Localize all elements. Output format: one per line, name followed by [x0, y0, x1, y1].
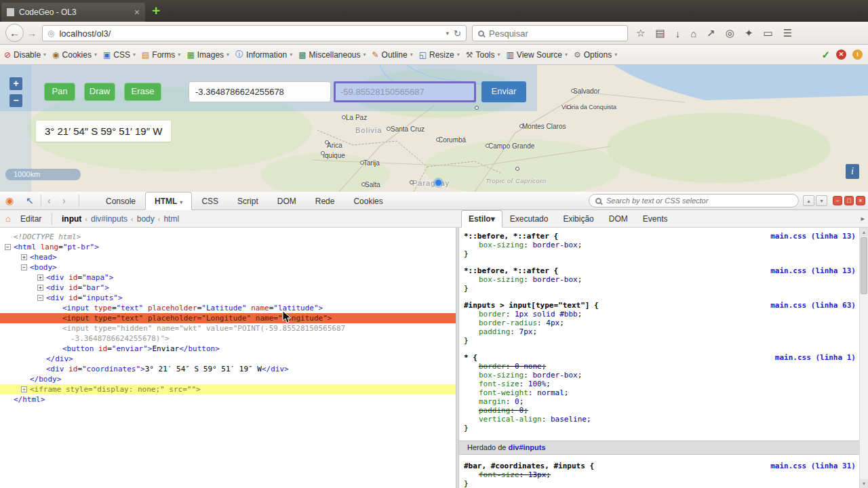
tab-css[interactable]: CSS	[192, 192, 228, 210]
browser-tab[interactable]: CodeGeo - OL3 ×	[1, 3, 145, 22]
firebug-icon[interactable]: ◉	[5, 195, 14, 206]
html-tree-row[interactable]: -3.3648786624255678)">	[0, 333, 456, 344]
forward-button[interactable]: →	[27, 28, 37, 39]
html-tree-row[interactable]: +<div id="mapa">	[0, 272, 456, 283]
erase-button[interactable]: Erase	[124, 83, 161, 101]
scrollbar[interactable]: ▲ ▼	[859, 228, 868, 488]
webdev-view-source[interactable]: ▥View Source▾	[507, 50, 568, 60]
maximize-button[interactable]: □	[844, 196, 854, 205]
css-source-link[interactable]: main.css (linha 13)	[770, 266, 856, 275]
downloads-icon[interactable]: ↓	[675, 28, 681, 39]
html-tree-row[interactable]: −<div id="inputs">	[0, 293, 456, 303]
collapse-icon[interactable]: −	[37, 295, 43, 301]
validation-warning-icon[interactable]: !	[852, 49, 863, 60]
css-property[interactable]: font-size: 100%;	[464, 380, 859, 388]
html-tree-row[interactable]: <input type="hidden" name="wkt" value="P…	[0, 323, 456, 333]
tab-script[interactable]: Script	[228, 192, 268, 210]
browser-search-bar[interactable]	[472, 25, 628, 41]
minimize-button[interactable]: −	[833, 196, 842, 205]
css-source-link[interactable]: main.css (linha 13)	[770, 232, 856, 241]
html-tree-row[interactable]: <!DOCTYPE html>	[0, 232, 456, 242]
home-icon[interactable]: ⌂	[690, 28, 696, 39]
breadcrumb-html[interactable]: html	[163, 214, 179, 224]
tab-rede[interactable]: Rede	[306, 192, 344, 210]
html-tree-row[interactable]: +<div id="bar">	[0, 283, 456, 293]
url-text[interactable]: localhost/ol3/	[59, 28, 441, 39]
history-back-icon[interactable]: ‹	[47, 195, 51, 206]
expand-icon[interactable]: +	[37, 274, 43, 281]
webdev-information[interactable]: ⓘInformation▾	[235, 49, 292, 60]
search-prev-button[interactable]: ▲	[803, 195, 814, 206]
css-source-link[interactable]: main.css (linha 31)	[770, 462, 856, 470]
history-forward-icon[interactable]: ›	[62, 195, 66, 206]
tab-console[interactable]: Console	[96, 192, 145, 210]
pan-button[interactable]: Pan	[44, 83, 75, 101]
breadcrumb-div#inputs[interactable]: div#inputs	[91, 214, 127, 224]
pointer-extension-icon[interactable]: ✦	[745, 27, 753, 39]
edit-mode-icon[interactable]: ⌂	[5, 214, 11, 224]
css-property[interactable]: border-radius: 4px;	[464, 319, 859, 327]
attribution-button[interactable]: i	[846, 164, 859, 179]
breadcrumb-input[interactable]: input	[62, 214, 81, 224]
tab-html[interactable]: HTML▾	[145, 192, 192, 210]
draw-button[interactable]: Draw	[84, 83, 115, 101]
validation-ok-icon[interactable]: ✓	[821, 49, 830, 61]
css-property[interactable]: border: 1px solid #bbb;	[464, 310, 859, 319]
bookmark-star-icon[interactable]: ☆	[636, 27, 645, 39]
new-tab-button[interactable]: +	[152, 3, 160, 19]
html-tree-row[interactable]: </body>	[0, 374, 456, 384]
reload-icon[interactable]: ↻	[454, 28, 461, 39]
webdev-options[interactable]: ⚙Options▾	[574, 50, 617, 60]
html-tree-row[interactable]: <div id="coordinates">3° 21′ 54″ S 59° 5…	[0, 364, 456, 374]
collapse-icon[interactable]: −	[21, 264, 27, 270]
validation-error-icon[interactable]: ✕	[836, 49, 846, 60]
firebug-search[interactable]	[589, 194, 799, 207]
side-tab-exibição[interactable]: Exibição	[555, 210, 601, 228]
tab-cookies[interactable]: Cookies	[344, 192, 392, 210]
enviar-button[interactable]: Enviar	[481, 81, 526, 102]
css-property[interactable]: font-size: 13px;	[464, 470, 859, 479]
css-property[interactable]: padding: 7px;	[464, 327, 859, 336]
tab-close-icon[interactable]: ×	[134, 7, 140, 17]
html-tree-row[interactable]: </html>	[0, 394, 456, 405]
html-tree-row[interactable]: −<body>	[0, 262, 456, 272]
scroll-down-icon[interactable]: ▼	[860, 479, 868, 488]
html-tree-row[interactable]: <input type="text" placeholder="Longitud…	[0, 313, 456, 323]
html-tree-row[interactable]: +<head>	[0, 252, 456, 262]
share-icon[interactable]: ↗	[707, 27, 715, 39]
latitude-input[interactable]	[189, 81, 331, 102]
webdev-miscellaneous[interactable]: ▩Miscellaneous▾	[298, 50, 366, 60]
side-tab-executado[interactable]: Executado	[502, 210, 556, 228]
breadcrumb-body[interactable]: body	[137, 214, 155, 224]
library-icon[interactable]: ▤	[655, 27, 665, 39]
side-tab-estilo[interactable]: Estilo▾	[461, 210, 502, 228]
search-next-button[interactable]: ▼	[816, 195, 827, 206]
expand-icon[interactable]: +	[21, 254, 27, 260]
close-button[interactable]: ×	[856, 196, 865, 205]
edit-button[interactable]: Editar	[20, 214, 41, 224]
tab-dom[interactable]: DOM	[268, 192, 306, 210]
panel-overflow-icon[interactable]: ▸	[861, 214, 865, 223]
side-tab-dom[interactable]: DOM	[601, 210, 635, 228]
expand-icon[interactable]: +	[21, 386, 27, 392]
firebug-search-input[interactable]	[606, 197, 792, 205]
html-tree-row[interactable]: <button id="enviar">Enviar</button>	[0, 344, 456, 354]
zoom-out-button[interactable]: −	[9, 94, 22, 107]
chat-extension-icon[interactable]: ▭	[763, 27, 772, 39]
back-button[interactable]: ←	[5, 24, 24, 42]
webdev-css[interactable]: ▣CSS▾	[103, 50, 136, 60]
webdev-images[interactable]: ▦Images▾	[186, 50, 229, 60]
scroll-up-icon[interactable]: ▲	[860, 228, 868, 237]
css-property[interactable]: padding: 0;	[464, 406, 859, 415]
css-property[interactable]: font-weight: normal;	[464, 388, 859, 397]
map-area[interactable]: La PazBoliviaSanta CruzAricaIquiqueTarij…	[0, 65, 868, 192]
webdev-outline[interactable]: ✎Outline▾	[372, 50, 413, 60]
css-property[interactable]: box-sizing: border-box;	[464, 371, 859, 380]
menu-icon[interactable]: ☰	[783, 27, 792, 39]
webdev-forms[interactable]: ▤Forms▾	[142, 50, 180, 60]
webdev-tools[interactable]: ⚒Tools▾	[466, 50, 500, 60]
css-source-link[interactable]: main.css (linha 63)	[770, 301, 856, 310]
inspect-element-icon[interactable]: ↖	[26, 195, 34, 206]
expand-icon[interactable]: +	[37, 285, 43, 291]
webdev-resize[interactable]: ◱Resize▾	[419, 50, 460, 60]
